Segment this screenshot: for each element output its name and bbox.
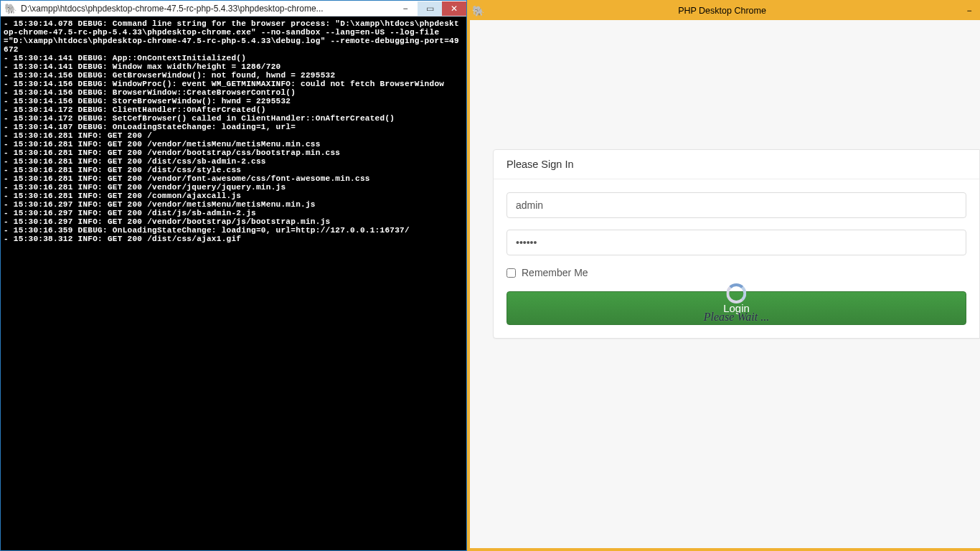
password-input[interactable] <box>507 230 966 255</box>
app-title: PHP Desktop Chrome <box>486 6 958 16</box>
console-output[interactable]: - 15:30:14.078 DEBUG: Command line strin… <box>1 17 466 550</box>
app-titlebar[interactable]: 🐘 PHP Desktop Chrome − <box>470 1 980 20</box>
remember-me-label: Remember Me <box>522 267 588 278</box>
console-title: D:\xampp\htdocs\phpdesktop-chrome-47.5-r… <box>19 4 393 14</box>
login-button[interactable]: Login <box>507 291 966 325</box>
app-body: Please Sign In Remember Me Login Please … <box>470 20 980 548</box>
app-window: 🐘 PHP Desktop Chrome − Please Sign In Re… <box>467 0 980 551</box>
phpdesktop-icon: 🐘 <box>470 6 486 16</box>
login-button-label: Login <box>723 302 750 314</box>
maximize-button[interactable]: ▭ <box>418 1 442 16</box>
minimize-button[interactable]: − <box>393 1 418 16</box>
remember-me-row[interactable]: Remember Me <box>507 267 966 278</box>
console-window: 🐘 D:\xampp\htdocs\phpdesktop-chrome-47.5… <box>0 0 467 551</box>
username-input[interactable] <box>507 192 966 218</box>
panel-heading: Please Sign In <box>494 150 979 179</box>
console-titlebar[interactable]: 🐘 D:\xampp\htdocs\phpdesktop-chrome-47.5… <box>1 1 466 17</box>
console-window-controls: − ▭ ✕ <box>393 1 466 16</box>
login-panel: Please Sign In Remember Me Login Please … <box>493 149 980 339</box>
phpdesktop-icon: 🐘 <box>4 2 17 15</box>
panel-body: Remember Me Login Please Wait ... <box>494 179 979 338</box>
minimize-button[interactable]: − <box>958 1 980 20</box>
remember-me-checkbox[interactable] <box>507 268 516 278</box>
close-button[interactable]: ✕ <box>442 1 466 16</box>
